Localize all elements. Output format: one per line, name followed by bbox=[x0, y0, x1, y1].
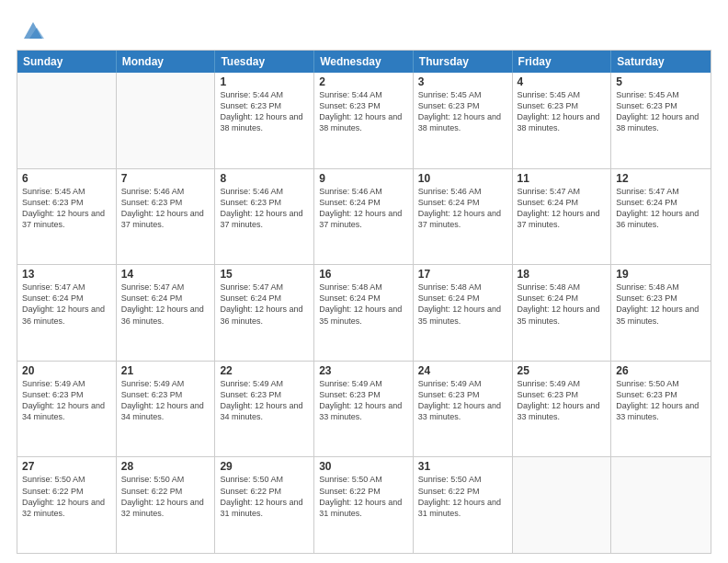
day-info: Sunrise: 5:46 AM Sunset: 6:23 PM Dayligh… bbox=[121, 186, 210, 231]
day-number: 28 bbox=[121, 460, 210, 473]
day-number: 12 bbox=[616, 172, 706, 185]
calendar-day-cell: 27Sunrise: 5:50 AM Sunset: 6:22 PM Dayli… bbox=[17, 457, 117, 553]
calendar-day-cell: 8Sunrise: 5:46 AM Sunset: 6:23 PM Daylig… bbox=[215, 169, 314, 265]
calendar-day-cell: 2Sunrise: 5:44 AM Sunset: 6:23 PM Daylig… bbox=[314, 73, 414, 168]
day-info: Sunrise: 5:48 AM Sunset: 6:24 PM Dayligh… bbox=[418, 282, 507, 327]
day-number: 24 bbox=[418, 364, 507, 377]
day-info: Sunrise: 5:49 AM Sunset: 6:23 PM Dayligh… bbox=[121, 378, 210, 423]
calendar-week-row: 6Sunrise: 5:45 AM Sunset: 6:23 PM Daylig… bbox=[17, 168, 711, 265]
calendar-day-cell: 17Sunrise: 5:48 AM Sunset: 6:24 PM Dayli… bbox=[414, 265, 513, 361]
day-number: 18 bbox=[518, 268, 607, 281]
day-number: 15 bbox=[220, 268, 309, 281]
calendar-day-cell: 13Sunrise: 5:47 AM Sunset: 6:24 PM Dayli… bbox=[17, 265, 117, 361]
calendar-day-cell: 22Sunrise: 5:49 AM Sunset: 6:23 PM Dayli… bbox=[215, 362, 314, 457]
day-info: Sunrise: 5:49 AM Sunset: 6:23 PM Dayligh… bbox=[418, 378, 507, 423]
day-number: 25 bbox=[518, 364, 607, 377]
calendar-day-cell: 18Sunrise: 5:48 AM Sunset: 6:24 PM Dayli… bbox=[513, 265, 612, 361]
calendar-week-row: 27Sunrise: 5:50 AM Sunset: 6:22 PM Dayli… bbox=[17, 456, 711, 553]
day-info: Sunrise: 5:49 AM Sunset: 6:23 PM Dayligh… bbox=[319, 378, 408, 423]
day-info: Sunrise: 5:47 AM Sunset: 6:24 PM Dayligh… bbox=[22, 282, 111, 327]
calendar-day-cell: 5Sunrise: 5:45 AM Sunset: 6:23 PM Daylig… bbox=[611, 73, 711, 168]
calendar-day-cell bbox=[513, 457, 612, 553]
calendar-header-cell: Sunday bbox=[17, 51, 117, 73]
day-info: Sunrise: 5:46 AM Sunset: 6:24 PM Dayligh… bbox=[418, 186, 507, 231]
calendar-header-row: SundayMondayTuesdayWednesdayThursdayFrid… bbox=[17, 51, 711, 73]
day-info: Sunrise: 5:49 AM Sunset: 6:23 PM Dayligh… bbox=[220, 378, 309, 423]
calendar-day-cell: 15Sunrise: 5:47 AM Sunset: 6:24 PM Dayli… bbox=[215, 265, 314, 361]
calendar-day-cell: 28Sunrise: 5:50 AM Sunset: 6:22 PM Dayli… bbox=[117, 457, 216, 553]
day-number: 7 bbox=[121, 172, 210, 185]
day-number: 11 bbox=[518, 172, 607, 185]
day-info: Sunrise: 5:50 AM Sunset: 6:22 PM Dayligh… bbox=[418, 474, 507, 519]
calendar-day-cell: 14Sunrise: 5:47 AM Sunset: 6:24 PM Dayli… bbox=[117, 265, 216, 361]
day-number: 22 bbox=[220, 364, 309, 377]
header bbox=[17, 17, 711, 42]
calendar-day-cell: 3Sunrise: 5:45 AM Sunset: 6:23 PM Daylig… bbox=[414, 73, 513, 168]
day-number: 13 bbox=[22, 268, 111, 281]
calendar-day-cell: 4Sunrise: 5:45 AM Sunset: 6:23 PM Daylig… bbox=[513, 73, 612, 168]
calendar-day-cell: 30Sunrise: 5:50 AM Sunset: 6:22 PM Dayli… bbox=[314, 457, 414, 553]
calendar-header-cell: Tuesday bbox=[215, 51, 314, 73]
day-info: Sunrise: 5:47 AM Sunset: 6:24 PM Dayligh… bbox=[121, 282, 210, 327]
logo bbox=[17, 17, 46, 42]
day-info: Sunrise: 5:47 AM Sunset: 6:24 PM Dayligh… bbox=[220, 282, 309, 327]
calendar-day-cell: 31Sunrise: 5:50 AM Sunset: 6:22 PM Dayli… bbox=[414, 457, 513, 553]
calendar-day-cell: 20Sunrise: 5:49 AM Sunset: 6:23 PM Dayli… bbox=[17, 362, 117, 457]
day-number: 27 bbox=[22, 460, 111, 473]
day-info: Sunrise: 5:47 AM Sunset: 6:24 PM Dayligh… bbox=[616, 186, 706, 231]
day-number: 8 bbox=[220, 172, 309, 185]
day-number: 21 bbox=[121, 364, 210, 377]
calendar-day-cell bbox=[17, 73, 117, 168]
day-info: Sunrise: 5:50 AM Sunset: 6:23 PM Dayligh… bbox=[616, 378, 706, 423]
calendar-day-cell: 12Sunrise: 5:47 AM Sunset: 6:24 PM Dayli… bbox=[611, 169, 711, 265]
day-number: 26 bbox=[616, 364, 706, 377]
day-info: Sunrise: 5:46 AM Sunset: 6:23 PM Dayligh… bbox=[220, 186, 309, 231]
day-number: 10 bbox=[418, 172, 507, 185]
day-number: 31 bbox=[418, 460, 507, 473]
calendar-header-cell: Monday bbox=[117, 51, 216, 73]
day-number: 14 bbox=[121, 268, 210, 281]
day-number: 9 bbox=[319, 172, 408, 185]
day-number: 29 bbox=[220, 460, 309, 473]
day-info: Sunrise: 5:50 AM Sunset: 6:22 PM Dayligh… bbox=[319, 474, 408, 519]
day-info: Sunrise: 5:45 AM Sunset: 6:23 PM Dayligh… bbox=[616, 89, 706, 134]
day-info: Sunrise: 5:46 AM Sunset: 6:24 PM Dayligh… bbox=[319, 186, 408, 231]
day-info: Sunrise: 5:49 AM Sunset: 6:23 PM Dayligh… bbox=[518, 378, 607, 423]
calendar-day-cell: 24Sunrise: 5:49 AM Sunset: 6:23 PM Dayli… bbox=[414, 362, 513, 457]
day-info: Sunrise: 5:50 AM Sunset: 6:22 PM Dayligh… bbox=[121, 474, 210, 519]
calendar-header-cell: Thursday bbox=[414, 51, 513, 73]
calendar-header-cell: Wednesday bbox=[314, 51, 414, 73]
calendar-body: 1Sunrise: 5:44 AM Sunset: 6:23 PM Daylig… bbox=[17, 73, 711, 553]
calendar-day-cell: 7Sunrise: 5:46 AM Sunset: 6:23 PM Daylig… bbox=[117, 169, 216, 265]
page: SundayMondayTuesdayWednesdayThursdayFrid… bbox=[0, 0, 728, 563]
day-number: 5 bbox=[616, 75, 706, 88]
calendar-day-cell: 29Sunrise: 5:50 AM Sunset: 6:22 PM Dayli… bbox=[215, 457, 314, 553]
day-number: 17 bbox=[418, 268, 507, 281]
day-info: Sunrise: 5:45 AM Sunset: 6:23 PM Dayligh… bbox=[418, 89, 507, 134]
day-number: 20 bbox=[22, 364, 111, 377]
day-number: 4 bbox=[518, 75, 607, 88]
day-number: 1 bbox=[220, 75, 309, 88]
day-info: Sunrise: 5:48 AM Sunset: 6:24 PM Dayligh… bbox=[319, 282, 408, 327]
calendar-day-cell bbox=[611, 457, 711, 553]
calendar-day-cell: 19Sunrise: 5:48 AM Sunset: 6:23 PM Dayli… bbox=[611, 265, 711, 361]
day-number: 3 bbox=[418, 75, 507, 88]
day-info: Sunrise: 5:50 AM Sunset: 6:22 PM Dayligh… bbox=[220, 474, 309, 519]
day-info: Sunrise: 5:49 AM Sunset: 6:23 PM Dayligh… bbox=[22, 378, 111, 423]
calendar-day-cell: 21Sunrise: 5:49 AM Sunset: 6:23 PM Dayli… bbox=[117, 362, 216, 457]
day-info: Sunrise: 5:45 AM Sunset: 6:23 PM Dayligh… bbox=[22, 186, 111, 231]
day-info: Sunrise: 5:44 AM Sunset: 6:23 PM Dayligh… bbox=[220, 89, 309, 134]
calendar-day-cell: 11Sunrise: 5:47 AM Sunset: 6:24 PM Dayli… bbox=[513, 169, 612, 265]
calendar-day-cell: 10Sunrise: 5:46 AM Sunset: 6:24 PM Dayli… bbox=[414, 169, 513, 265]
calendar-day-cell: 1Sunrise: 5:44 AM Sunset: 6:23 PM Daylig… bbox=[215, 73, 314, 168]
day-info: Sunrise: 5:48 AM Sunset: 6:24 PM Dayligh… bbox=[518, 282, 607, 327]
day-info: Sunrise: 5:47 AM Sunset: 6:24 PM Dayligh… bbox=[518, 186, 607, 231]
calendar: SundayMondayTuesdayWednesdayThursdayFrid… bbox=[17, 50, 711, 554]
day-info: Sunrise: 5:45 AM Sunset: 6:23 PM Dayligh… bbox=[518, 89, 607, 134]
day-info: Sunrise: 5:48 AM Sunset: 6:23 PM Dayligh… bbox=[616, 282, 706, 327]
calendar-day-cell bbox=[117, 73, 216, 168]
day-number: 19 bbox=[616, 268, 706, 281]
day-number: 2 bbox=[319, 75, 408, 88]
calendar-header-cell: Saturday bbox=[611, 51, 711, 73]
calendar-day-cell: 25Sunrise: 5:49 AM Sunset: 6:23 PM Dayli… bbox=[513, 362, 612, 457]
